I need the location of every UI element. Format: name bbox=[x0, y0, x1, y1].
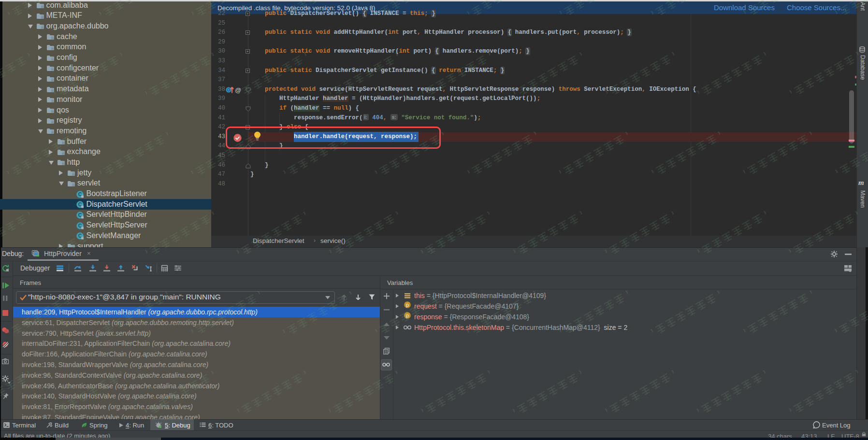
svg-text:p: p bbox=[406, 302, 409, 308]
svg-text:p: p bbox=[406, 312, 409, 318]
